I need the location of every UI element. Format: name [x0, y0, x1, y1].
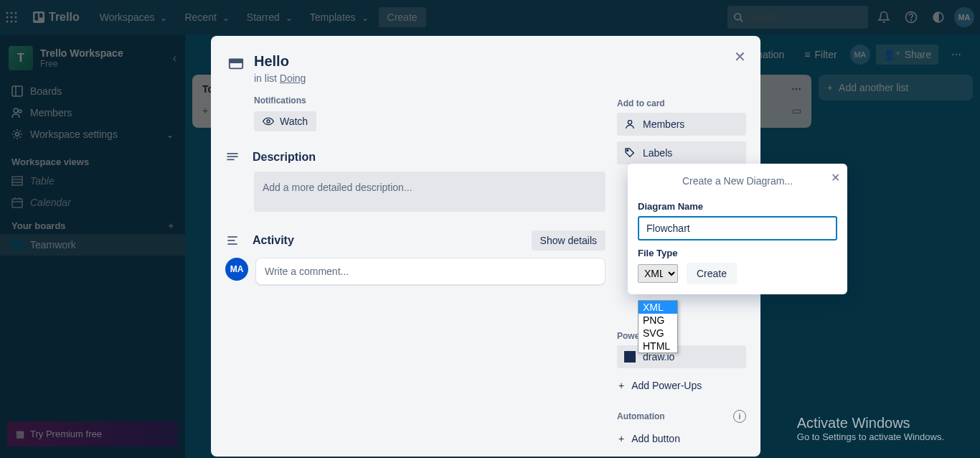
- notifications-label: Notifications: [254, 95, 606, 106]
- plus-icon: +: [618, 433, 624, 444]
- svg-rect-34: [227, 156, 238, 157]
- card-icon: [228, 56, 244, 72]
- svg-rect-35: [227, 159, 235, 161]
- svg-point-39: [628, 121, 631, 124]
- windows-activation-watermark: Activate Windows Go to Settings to activ…: [797, 415, 944, 442]
- popover-title: Create a New Diagram...: [638, 172, 837, 194]
- diagram-name-label: Diagram Name: [638, 201, 837, 212]
- svg-rect-31: [230, 60, 242, 63]
- file-type-dropdown: XML PNG SVG HTML: [638, 300, 678, 353]
- comment-avatar: MA: [225, 258, 248, 281]
- diagram-name-input[interactable]: [638, 216, 837, 240]
- card-title[interactable]: Hello: [254, 53, 306, 70]
- drawio-button[interactable]: draw.io: [617, 345, 746, 368]
- add-powerups-button[interactable]: +Add Power-Ups: [617, 374, 746, 397]
- list-link[interactable]: Doing: [280, 73, 306, 84]
- close-modal-button[interactable]: ✕: [729, 46, 750, 67]
- activation-heading: Activate Windows: [797, 415, 944, 431]
- create-diagram-popover: ✕ Create a New Diagram... Diagram Name F…: [628, 164, 847, 294]
- plus-icon: +: [618, 380, 624, 391]
- description-heading: Description: [253, 151, 316, 164]
- description-icon: [225, 150, 242, 164]
- show-details-button[interactable]: Show details: [532, 230, 606, 251]
- svg-rect-33: [227, 153, 238, 154]
- file-type-label: File Type: [638, 248, 837, 258]
- comment-input[interactable]: Write a comment...: [255, 258, 606, 285]
- info-icon[interactable]: i: [733, 410, 746, 423]
- person-icon: [624, 118, 636, 130]
- option-xml[interactable]: XML: [639, 301, 677, 314]
- option-html[interactable]: HTML: [639, 340, 677, 352]
- drawio-icon: [624, 351, 636, 363]
- watch-button[interactable]: Watch: [254, 111, 316, 131]
- activation-sub: Go to Settings to activate Windows.: [797, 431, 944, 442]
- file-type-select[interactable]: XML: [638, 264, 678, 283]
- description-input[interactable]: Add a more detailed description...: [254, 172, 606, 212]
- powerups-label: Power-Ups: [617, 331, 746, 341]
- eye-icon: [263, 116, 274, 127]
- option-svg[interactable]: SVG: [639, 327, 677, 340]
- close-popover-button[interactable]: ✕: [831, 171, 840, 184]
- add-to-card-label: Add to card: [617, 98, 746, 108]
- activity-heading: Activity: [253, 234, 294, 247]
- svg-point-40: [627, 150, 628, 151]
- card-list-location: in list Doing: [254, 70, 306, 84]
- add-button-button[interactable]: +Add button: [617, 427, 746, 450]
- members-button[interactable]: Members: [617, 113, 746, 136]
- tag-icon: [624, 147, 636, 159]
- activity-icon: [225, 233, 242, 248]
- automation-label: Automationi: [617, 410, 746, 423]
- create-diagram-button[interactable]: Create: [687, 263, 737, 284]
- labels-button[interactable]: Labels: [617, 141, 746, 164]
- svg-point-32: [267, 120, 270, 123]
- option-png[interactable]: PNG: [639, 314, 677, 327]
